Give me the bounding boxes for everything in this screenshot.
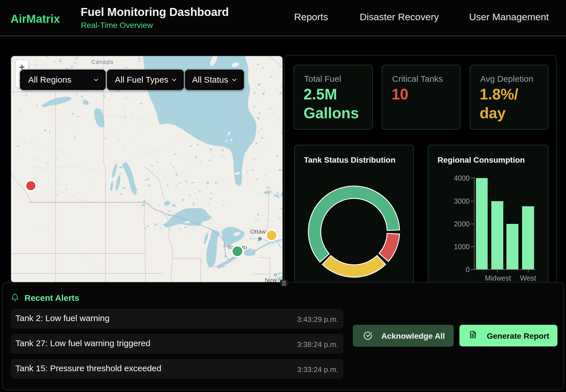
svg-text:1000: 1000: [454, 243, 470, 251]
svg-text:Canada: Canada: [91, 59, 113, 65]
svg-text:0: 0: [466, 266, 470, 273]
svg-text:West: West: [520, 274, 536, 282]
svg-text:2000: 2000: [454, 220, 470, 228]
svg-text:3000: 3000: [454, 197, 470, 205]
svg-text:4000: 4000: [454, 174, 470, 182]
svg-text:Midwest: Midwest: [485, 274, 511, 282]
